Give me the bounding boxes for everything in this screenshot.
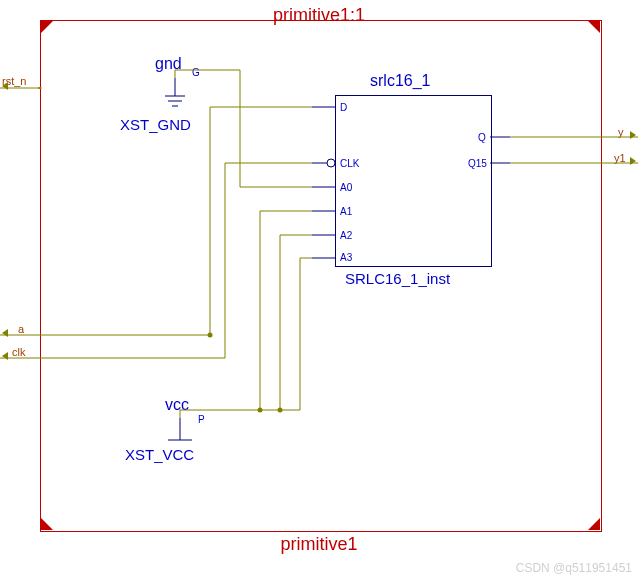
svg-point-23	[278, 408, 283, 413]
net-wires	[0, 0, 638, 577]
svg-point-22	[258, 408, 263, 413]
svg-point-19	[208, 333, 213, 338]
schematic-canvas: primitive1:1 primitive1 CSDN @q511951451…	[0, 0, 638, 577]
